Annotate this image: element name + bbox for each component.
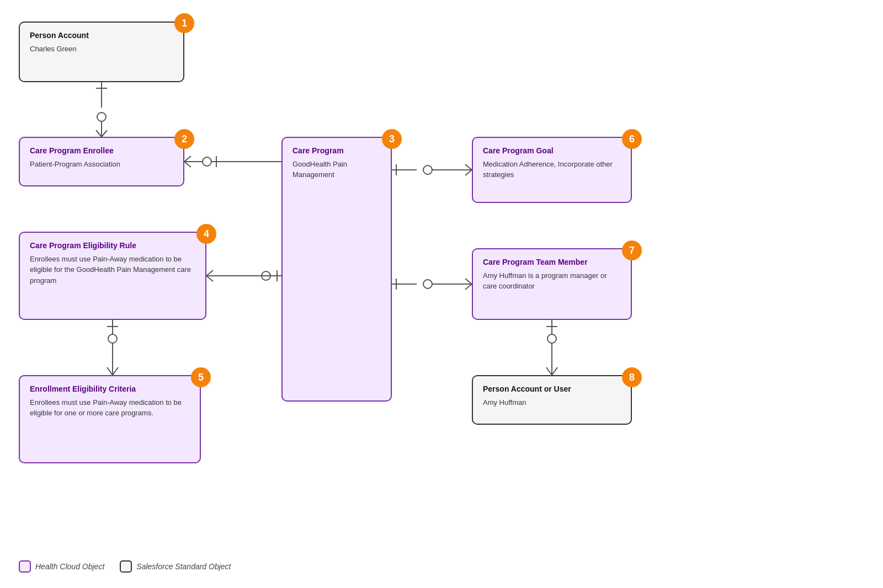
node8-title: Person Account or User xyxy=(483,384,621,395)
svg-line-8 xyxy=(184,162,191,167)
legend-hc-icon xyxy=(19,560,31,573)
badge-5: 5 xyxy=(191,367,211,387)
svg-line-5 xyxy=(102,130,107,137)
node1-title: Person Account xyxy=(30,30,173,41)
badge-1: 1 xyxy=(174,13,194,33)
svg-line-40 xyxy=(552,367,557,375)
node-person-account: Person Account Charles Green xyxy=(19,22,184,82)
svg-point-32 xyxy=(423,280,432,288)
node1-body: Charles Green xyxy=(30,45,77,53)
svg-line-34 xyxy=(465,279,472,284)
badge-8: 8 xyxy=(622,367,642,387)
node-care-program-goal: Care Program Goal Medication Adherence, … xyxy=(472,137,632,203)
svg-line-22 xyxy=(113,367,118,375)
node-enrollment-criteria: Enrollment Eligibility Criteria Enrollee… xyxy=(19,375,201,463)
node4-body: Enrollees must use Pain-Away medication … xyxy=(30,255,191,285)
svg-point-26 xyxy=(423,165,432,174)
legend-health-cloud: Health Cloud Object xyxy=(19,560,104,573)
node2-title: Care Program Enrollee xyxy=(30,146,173,157)
legend-sf-label: Salesforce Standard Object xyxy=(136,562,231,571)
svg-line-35 xyxy=(465,284,472,290)
svg-line-4 xyxy=(96,130,102,137)
svg-line-21 xyxy=(107,367,113,375)
node4-title: Care Program Eligibility Rule xyxy=(30,240,195,252)
svg-point-16 xyxy=(262,271,270,280)
svg-point-37 xyxy=(547,334,556,343)
svg-line-7 xyxy=(184,156,191,162)
legend-sf-icon xyxy=(120,560,132,573)
svg-line-39 xyxy=(546,367,552,375)
badge-7: 7 xyxy=(622,240,642,260)
svg-line-13 xyxy=(206,270,213,276)
node-eligibility-rule: Care Program Eligibility Rule Enrollees … xyxy=(19,232,206,320)
node7-title: Care Program Team Member xyxy=(483,257,621,268)
svg-point-19 xyxy=(108,334,117,343)
svg-line-29 xyxy=(465,170,472,175)
legend-salesforce: Salesforce Standard Object xyxy=(120,560,231,573)
node8-body: Amy Huffman xyxy=(483,398,526,407)
node-care-program-enrollee: Care Program Enrollee Patient-Program As… xyxy=(19,137,184,186)
svg-line-28 xyxy=(465,164,472,170)
node2-body: Patient-Program Association xyxy=(30,160,120,168)
svg-line-14 xyxy=(206,276,213,281)
node5-body: Enrollees must use Pain-Away medication … xyxy=(30,398,182,418)
node6-title: Care Program Goal xyxy=(483,146,621,157)
node5-title: Enrollment Eligibility Criteria xyxy=(30,384,190,395)
node3-title: Care Program xyxy=(292,146,381,157)
badge-6: 6 xyxy=(622,129,642,149)
diagram-container: Person Account Charles Green 1 Care Prog… xyxy=(0,0,883,588)
node3-body: GoodHealth Pain Management xyxy=(292,160,347,179)
svg-point-10 xyxy=(203,157,211,166)
svg-point-2 xyxy=(97,113,106,121)
node-care-program: Care Program GoodHealth Pain Management xyxy=(281,137,392,402)
badge-4: 4 xyxy=(196,224,216,244)
node6-body: Medication Adherence, Incorporate other … xyxy=(483,160,613,179)
badge-2: 2 xyxy=(174,129,194,149)
node-person-account-user: Person Account or User Amy Huffman xyxy=(472,375,632,425)
badge-3: 3 xyxy=(382,129,402,149)
node-team-member: Care Program Team Member Amy Huffman is … xyxy=(472,248,632,320)
legend-hc-label: Health Cloud Object xyxy=(35,562,104,571)
legend: Health Cloud Object Salesforce Standard … xyxy=(19,560,231,573)
node7-body: Amy Huffman is a program manager or care… xyxy=(483,271,607,291)
